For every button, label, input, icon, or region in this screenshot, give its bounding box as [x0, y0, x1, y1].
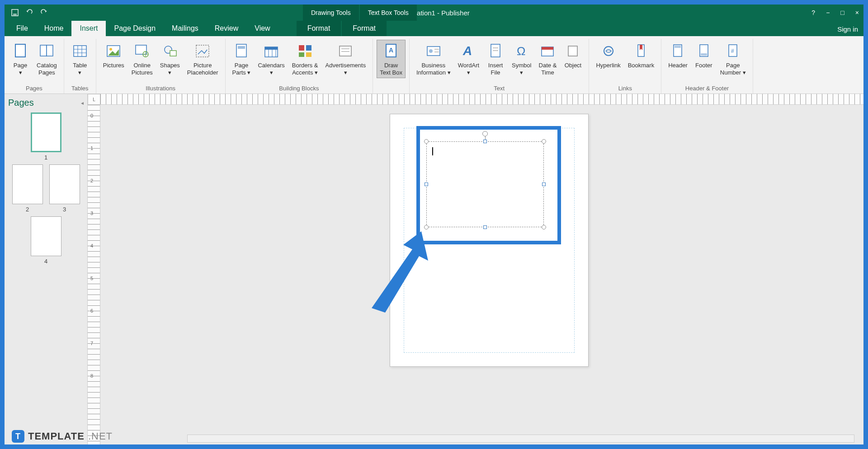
draw-text-box-button[interactable]: ADraw Text Box [377, 40, 406, 78]
picture-placeholder-button[interactable]: Picture Placeholder [184, 40, 222, 78]
resize-handle-s[interactable] [483, 225, 487, 229]
svg-rect-4 [47, 45, 53, 56]
document-page[interactable] [390, 114, 589, 367]
tab-view[interactable]: View [246, 21, 278, 36]
tab-mailings[interactable]: Mailings [164, 21, 207, 36]
catalog-pages-button[interactable]: Catalog Pages [33, 40, 60, 78]
sign-in-link[interactable]: Sign in [837, 25, 863, 36]
wordart-button[interactable]: AWordArt ▾ [455, 40, 482, 78]
tab-file[interactable]: File [8, 21, 36, 36]
page-button[interactable]: Page ▾ [8, 40, 33, 78]
page-number-button[interactable]: #Page Number ▾ [717, 40, 749, 78]
footer-icon [695, 42, 713, 60]
table-button[interactable]: Table ▾ [68, 40, 92, 78]
object-button[interactable]: Object [561, 40, 585, 71]
qat-save-icon[interactable] [11, 9, 19, 17]
resize-handle-nw[interactable] [424, 139, 429, 144]
header-button[interactable]: Header [665, 40, 691, 71]
page-icon [11, 42, 29, 60]
resize-handle-n[interactable] [483, 140, 487, 143]
online-pictures-label: Online Pictures [132, 62, 153, 76]
canvas[interactable] [100, 105, 863, 444]
symbol-button[interactable]: ΩSymbol ▾ [509, 40, 534, 78]
svg-text:A: A [389, 47, 393, 54]
text-box[interactable] [426, 141, 544, 227]
qat-undo-icon[interactable] [25, 9, 33, 17]
textbox-icon: A [382, 42, 400, 60]
page-thumb-3[interactable]: 3 [49, 164, 80, 213]
wordart-label: WordArt ▾ [458, 62, 479, 76]
resize-handle-ne[interactable] [542, 139, 546, 144]
resize-handle-se[interactable] [542, 225, 546, 229]
resize-handle-sw[interactable] [424, 225, 429, 229]
object-label: Object [565, 62, 582, 69]
borders-icon [296, 42, 314, 60]
vertical-ruler[interactable]: 0 1 2 3 4 5 6 7 8 [88, 105, 100, 444]
svg-text:Ω: Ω [517, 44, 525, 58]
resize-handle-e[interactable] [542, 182, 546, 186]
tab-home[interactable]: Home [36, 21, 72, 36]
horizontal-scrollbar[interactable] [187, 435, 854, 443]
rotate-handle[interactable] [482, 131, 488, 136]
ads-button[interactable]: Advertisements ▾ [322, 40, 369, 78]
page-thumb-2[interactable]: 2 [12, 164, 43, 213]
svg-rect-24 [299, 45, 304, 51]
footer-button[interactable]: Footer [692, 40, 716, 71]
maximize-button[interactable]: □ [840, 9, 844, 16]
symbol-label: Symbol ▾ [512, 62, 531, 76]
group-label: Header & Footer [662, 84, 752, 94]
svg-rect-18 [238, 46, 245, 49]
resize-handle-w[interactable] [425, 182, 428, 186]
ribbon-tab-bar: File Home Insert Page Design Mailings Re… [5, 21, 863, 36]
tab-format-textbox[interactable]: Format [342, 21, 387, 36]
catalog-pages-label: Catalog Pages [37, 62, 57, 76]
page-thumb-4[interactable]: 4 [30, 216, 62, 265]
calendars-label: Calendars ▾ [258, 62, 284, 76]
minimize-button[interactable]: − [826, 9, 830, 16]
group-label: Text [410, 84, 588, 94]
page-parts-button[interactable]: Page Parts ▾ [229, 40, 254, 78]
tab-page-design[interactable]: Page Design [106, 21, 164, 36]
picture-icon [104, 42, 123, 60]
ribbon: Page ▾Catalog PagesPagesTable ▾TablesPic… [5, 36, 863, 94]
pages-panel-title: Pages [8, 98, 34, 108]
group-label: Pages [5, 84, 63, 94]
insfile-icon [486, 42, 505, 60]
shapes-button[interactable]: Shapes ▾ [157, 40, 183, 78]
svg-rect-26 [299, 52, 304, 57]
biz-info-button[interactable]: Business Information ▾ [413, 40, 454, 78]
group-label: Building Blocks [226, 84, 372, 94]
help-button[interactable]: ? [811, 9, 815, 16]
tab-format-drawing[interactable]: Format [297, 21, 341, 36]
header-icon [669, 42, 687, 60]
svg-rect-50 [701, 53, 707, 56]
date-time-button[interactable]: Date & Time [535, 40, 560, 78]
calendars-button[interactable]: Calendars ▾ [255, 40, 288, 78]
horizontal-ruler[interactable] [100, 94, 863, 105]
ads-icon [336, 42, 354, 60]
close-button[interactable]: × [855, 9, 859, 16]
group-label: Illustrations [97, 84, 224, 94]
borders-button[interactable]: Borders & Accents ▾ [289, 40, 321, 78]
pictures-button[interactable]: Pictures [100, 40, 127, 71]
datetime-icon [538, 42, 557, 60]
contextual-tab-textbox: Text Box Tools [360, 5, 417, 21]
online-pic-icon [133, 42, 151, 60]
hyperlink-button[interactable]: Hyperlink [593, 40, 623, 71]
page-thumb-1[interactable]: 1 [30, 112, 62, 161]
table-label: Table ▾ [73, 62, 87, 76]
object-icon [564, 42, 582, 60]
qat-redo-icon[interactable] [40, 9, 48, 17]
insert-file-button[interactable]: Insert File [483, 40, 508, 78]
svg-rect-44 [568, 46, 577, 56]
bookmark-button[interactable]: Bookmark [625, 40, 658, 71]
collapse-panel-icon[interactable]: ◂ [81, 100, 84, 106]
online-pictures-button[interactable]: Online Pictures [128, 40, 156, 78]
wordart-icon: A [459, 42, 477, 60]
tab-insert[interactable]: Insert [71, 21, 106, 36]
svg-rect-20 [265, 47, 278, 50]
watermark: T TEMPLATE.NET [12, 430, 113, 443]
titlebar: Publication1 - Publisher Drawing Tools T… [5, 5, 863, 21]
bookmark-icon [632, 42, 650, 60]
tab-review[interactable]: Review [207, 21, 246, 36]
